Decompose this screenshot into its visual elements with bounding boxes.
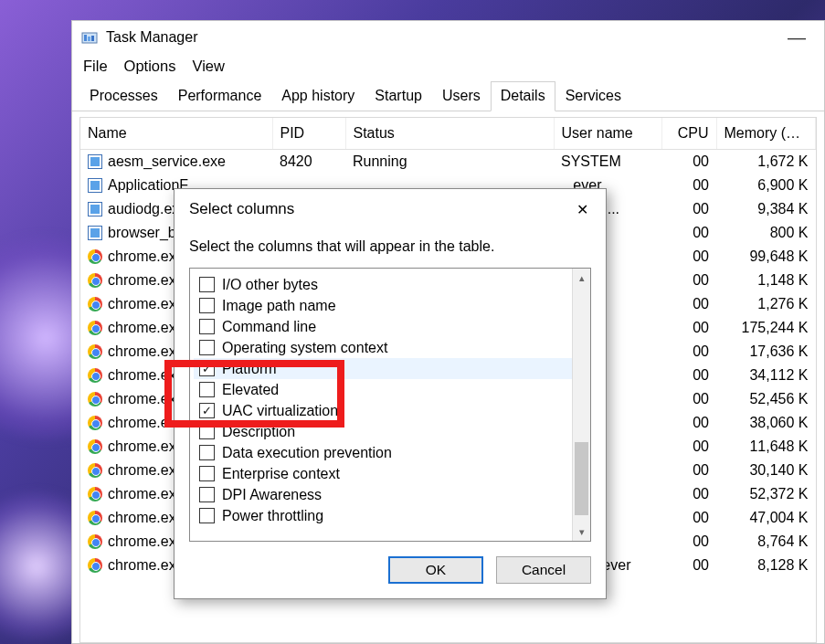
cell-mem: 800 K (716, 221, 816, 245)
cell-cpu: 00 (661, 482, 716, 506)
column-option-label: I/O other bytes (222, 277, 318, 293)
chrome-icon (88, 511, 102, 525)
cell-cpu: 00 (661, 459, 716, 482)
tab-services[interactable]: Services (555, 81, 631, 111)
tab-app-history[interactable]: App history (271, 81, 365, 111)
cell-cpu: 00 (661, 530, 716, 554)
scroll-up-icon[interactable]: ▴ (573, 269, 590, 287)
column-option-label: Power throttling (222, 508, 323, 524)
cell-mem: 1,148 K (716, 269, 816, 292)
cell-cpu: 00 (661, 387, 716, 411)
app-icon (88, 154, 102, 169)
chrome-icon (88, 463, 102, 478)
svg-rect-2 (88, 37, 90, 41)
cell-pid: 8420 (272, 150, 345, 174)
tab-performance[interactable]: Performance (168, 81, 272, 111)
checkbox[interactable] (199, 319, 215, 334)
table-row[interactable]: aesm_service.exe8420RunningSYSTEM001,672… (80, 150, 816, 174)
checkbox[interactable] (199, 466, 215, 481)
column-option[interactable]: Command line (194, 316, 587, 337)
cell-cpu: 00 (661, 150, 716, 174)
chrome-icon (88, 487, 102, 501)
cell-mem: 9,384 K (716, 197, 816, 221)
chrome-icon (88, 558, 102, 573)
scroll-down-icon[interactable]: ▾ (573, 523, 590, 541)
col-pid[interactable]: PID (272, 118, 345, 150)
svg-rect-3 (91, 36, 94, 41)
col-status[interactable]: Status (345, 118, 554, 150)
column-option[interactable]: Description (194, 421, 587, 442)
tab-details[interactable]: Details (491, 81, 555, 111)
checkbox[interactable] (199, 445, 215, 460)
col-name[interactable]: Name (80, 118, 272, 150)
col-user[interactable]: User name (554, 118, 661, 150)
tab-startup[interactable]: Startup (365, 81, 432, 111)
chrome-icon (88, 392, 102, 406)
cell-mem: 1,276 K (716, 292, 816, 316)
cell-cpu: 00 (661, 245, 716, 269)
select-columns-dialog: Select columns ✕ Select the columns that… (174, 188, 607, 599)
chrome-icon (88, 273, 102, 288)
cancel-button[interactable]: Cancel (496, 556, 591, 584)
column-option[interactable]: DPI Awareness (194, 484, 587, 505)
cell-mem: 34,112 K (716, 364, 816, 387)
col-memory[interactable]: Memory (ac... (716, 118, 816, 150)
checkbox[interactable] (199, 277, 215, 292)
cell-mem: 52,372 K (716, 482, 816, 506)
cell-cpu: 00 (661, 411, 716, 435)
chrome-icon (88, 344, 102, 359)
cell-cpu: 00 (661, 340, 716, 364)
chrome-icon (88, 297, 102, 311)
scrollbar[interactable]: ▴ ▾ (572, 269, 590, 541)
cell-cpu: 00 (661, 221, 716, 245)
cell-cpu: 00 (661, 316, 716, 340)
cell-mem: 175,244 K (716, 316, 816, 340)
menu-view[interactable]: View (192, 58, 224, 75)
cell-mem: 30,140 K (716, 459, 816, 482)
column-option[interactable]: I/O other bytes (194, 274, 587, 295)
cell-mem: 8,764 K (716, 530, 816, 554)
column-option[interactable]: Elevated (194, 379, 587, 400)
close-button[interactable]: ✕ (569, 198, 595, 220)
column-option[interactable]: Operating system context (194, 337, 587, 358)
svg-rect-1 (84, 35, 87, 41)
menu-options[interactable]: Options (124, 58, 176, 75)
chrome-icon (88, 249, 102, 264)
checkbox[interactable] (199, 340, 215, 355)
process-name: aesm_service.exe (108, 153, 226, 170)
chrome-icon (88, 439, 102, 454)
ok-button[interactable]: OK (388, 556, 483, 584)
column-option[interactable]: Power throttling (194, 505, 587, 526)
cell-cpu: 00 (661, 364, 716, 387)
column-option[interactable]: Enterprise context (194, 463, 587, 484)
menubar: File Options View (72, 54, 824, 80)
column-option[interactable]: ✓UAC virtualization (194, 400, 587, 421)
scroll-thumb[interactable] (575, 442, 588, 515)
chrome-icon (88, 368, 102, 383)
titlebar[interactable]: Task Manager — (72, 21, 824, 54)
dialog-title: Select columns (189, 200, 294, 218)
checkbox[interactable] (199, 487, 215, 502)
col-cpu[interactable]: CPU (661, 118, 716, 150)
column-option-label: DPI Awareness (222, 487, 322, 503)
checkbox[interactable] (199, 382, 215, 397)
cell-cpu: 00 (661, 174, 716, 197)
checkbox[interactable] (199, 424, 215, 439)
column-option-label: Operating system context (222, 340, 387, 356)
cell-mem: 8,128 K (716, 554, 816, 577)
checkbox[interactable]: ✓ (199, 361, 215, 376)
checkbox[interactable] (199, 298, 215, 313)
minimize-button[interactable]: — (778, 27, 815, 48)
column-option[interactable]: Data execution prevention (194, 442, 587, 463)
chrome-icon (88, 321, 102, 335)
tab-processes[interactable]: Processes (79, 81, 168, 111)
cell-status: Running (345, 150, 554, 174)
column-option[interactable]: ✓Platform (194, 358, 587, 379)
cell-mem: 38,060 K (716, 411, 816, 435)
tab-users[interactable]: Users (432, 81, 491, 111)
checkbox[interactable]: ✓ (199, 403, 215, 418)
checkbox[interactable] (199, 508, 215, 523)
column-option[interactable]: Image path name (194, 295, 587, 316)
cell-cpu: 00 (661, 197, 716, 221)
menu-file[interactable]: File (83, 58, 108, 75)
